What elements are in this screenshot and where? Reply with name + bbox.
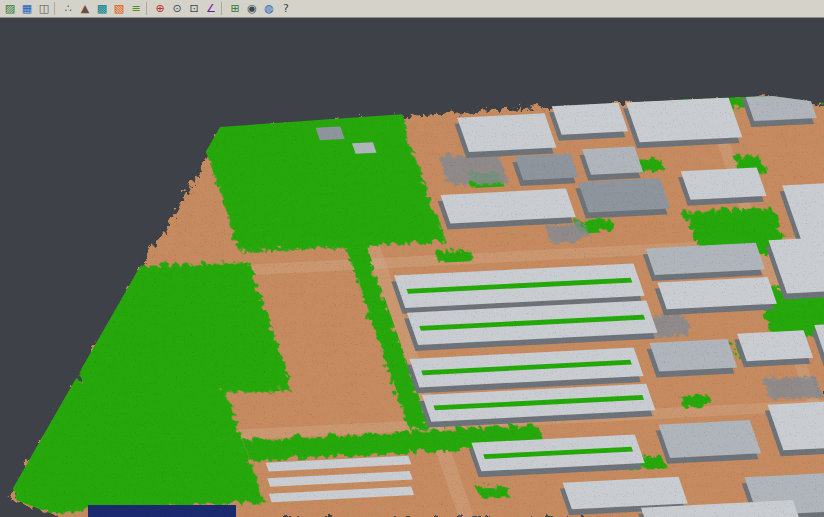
orthophoto-icon[interactable]: ▧ [111,1,127,16]
grid-icon: ⊞ [230,2,239,15]
toolbar-separator [221,2,225,15]
globe-icon[interactable]: ◍ [261,1,277,16]
open-file-icon: ▨ [5,2,15,15]
zoom-fit-icon: ⊡ [189,2,198,15]
dem-icon[interactable]: ≡ [128,1,144,16]
camera-icon[interactable]: ◉ [244,1,260,16]
point-noise-overlay [0,18,824,517]
orthophoto-icon: ▧ [114,2,124,15]
toolbar-separator [146,2,150,15]
dem-icon: ≡ [131,2,140,15]
camera-icon: ◉ [247,2,257,15]
point-cloud-scene[interactable] [0,18,824,517]
toolbar: ▨▦◫∴▲▩▧≡⊕⊙⊡∠⊞◉◍? [0,0,824,18]
toolbar-separator [54,2,58,15]
open-file-icon[interactable]: ▨ [2,1,18,16]
save-icon[interactable]: ▦ [19,1,35,16]
classification-icon: ⊕ [155,2,164,15]
viewport-3d[interactable] [0,18,824,517]
settings-icon: ⊙ [172,2,181,15]
point-cloud-icon: ∴ [65,2,72,15]
mesh-icon[interactable]: ▲ [77,1,93,16]
save-icon: ▦ [22,2,32,15]
point-cloud-icon[interactable]: ∴ [60,1,76,16]
screenshot-icon: ◫ [39,2,49,15]
help-icon: ? [283,2,289,15]
globe-icon: ◍ [264,2,274,15]
measure-icon[interactable]: ∠ [203,1,219,16]
mesh-icon: ▲ [81,2,89,15]
screenshot-icon[interactable]: ◫ [36,1,52,16]
classification-icon[interactable]: ⊕ [152,1,168,16]
texture-icon[interactable]: ▩ [94,1,110,16]
grid-icon[interactable]: ⊞ [227,1,243,16]
texture-icon: ▩ [97,2,107,15]
settings-icon[interactable]: ⊙ [169,1,185,16]
help-icon[interactable]: ? [278,1,294,16]
zoom-fit-icon[interactable]: ⊡ [186,1,202,16]
measure-icon: ∠ [206,2,216,15]
